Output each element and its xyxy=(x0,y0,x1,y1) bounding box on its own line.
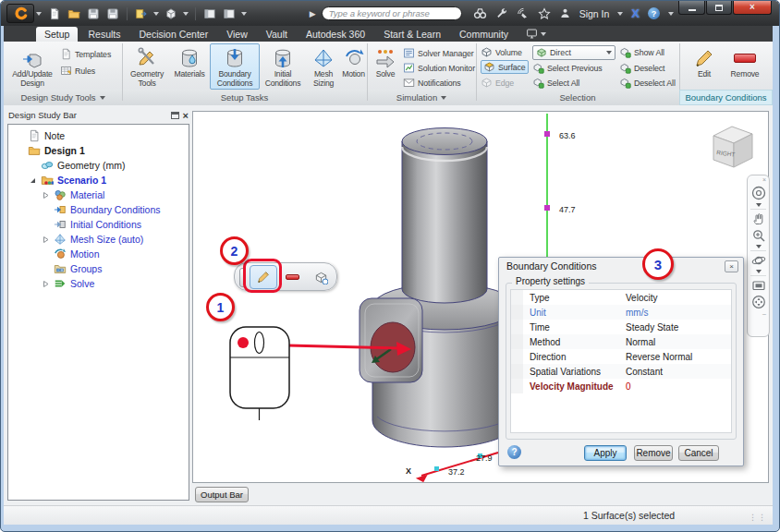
orbit-caret-icon[interactable] xyxy=(756,270,762,273)
expander-collapsed-icon[interactable] xyxy=(42,236,50,244)
zoom-icon[interactable] xyxy=(751,228,766,243)
qat-customize-caret-icon[interactable] xyxy=(241,12,247,16)
output-bar-button[interactable]: Output Bar xyxy=(195,487,249,502)
selection-mode-dropdown[interactable]: Direct xyxy=(532,45,615,60)
tab-setup[interactable]: Setup xyxy=(36,27,78,42)
edit-boundary-mini-button[interactable] xyxy=(250,265,277,289)
application-menu-button[interactable] xyxy=(6,4,34,23)
property-row-spatial-variations[interactable]: Spatial VariationsConstant xyxy=(511,364,731,379)
tree-item-design[interactable]: Design 1 xyxy=(8,143,189,158)
app-menu-caret-icon[interactable] xyxy=(36,12,42,16)
initial-conditions-button[interactable]: Initial Conditions xyxy=(262,43,304,90)
full-navigation-icon[interactable] xyxy=(751,295,766,309)
tab-decision-center[interactable]: Decision Center xyxy=(130,27,216,42)
property-row-unit[interactable]: Unitmm/s xyxy=(511,305,731,320)
favorites-star-icon[interactable] xyxy=(538,7,551,20)
cancel-button[interactable]: Cancel xyxy=(678,445,719,461)
add-update-design-button[interactable]: Add/Update Design xyxy=(8,43,56,90)
tree-item-initial-conditions[interactable]: Initial Conditions xyxy=(8,217,189,232)
close-button[interactable]: × xyxy=(733,1,772,15)
show-all-button[interactable]: Show All xyxy=(619,45,664,59)
mesh-sizing-button[interactable]: Mesh Sizing xyxy=(306,43,341,90)
sign-in-link[interactable]: Sign In xyxy=(579,8,610,19)
view-cube[interactable]: RIGHT xyxy=(704,119,760,176)
remove-boundary-mini-button[interactable] xyxy=(280,266,305,288)
model-view-caret-icon[interactable] xyxy=(183,12,189,16)
model-3d[interactable] xyxy=(360,128,517,448)
expander-expanded-icon[interactable] xyxy=(29,176,37,185)
edit-boundary-condition-button[interactable]: Edit xyxy=(689,43,720,90)
property-row-direction[interactable]: DirectionReverse Normal xyxy=(511,349,731,364)
tree-item-boundary-conditions[interactable]: Boundary Conditions xyxy=(8,202,189,217)
tree-item-material[interactable]: Material xyxy=(8,187,189,202)
pan-hand-icon[interactable] xyxy=(751,212,766,226)
remove-boundary-condition-button[interactable]: Remove xyxy=(724,43,766,90)
import-caret-icon[interactable] xyxy=(153,12,159,16)
tree-item-mesh-size[interactable]: Mesh Size (auto) xyxy=(8,232,189,247)
look-at-icon[interactable] xyxy=(751,278,766,293)
deselect-all-button[interactable]: Deselect All xyxy=(619,76,676,90)
panel-design-study-tools[interactable]: Design Study Tools xyxy=(4,91,122,104)
resize-grip[interactable]: ⋮⋮ xyxy=(749,513,767,522)
float-panel-icon[interactable] xyxy=(171,112,179,119)
save-as-icon[interactable] xyxy=(105,6,120,21)
search-binoculars-icon[interactable] xyxy=(473,6,487,20)
navbar-close-icon[interactable]: × xyxy=(762,177,766,183)
exchange-apps-icon[interactable]: X xyxy=(631,6,640,20)
tab-extra-menu[interactable] xyxy=(518,28,554,42)
property-row-time[interactable]: TimeSteady State xyxy=(511,320,731,334)
edit-selection-mini-button[interactable] xyxy=(308,266,334,288)
output-bar-toggle-icon[interactable] xyxy=(222,6,237,21)
remove-button[interactable]: Remove xyxy=(634,445,673,461)
communication-center-icon[interactable] xyxy=(517,7,530,20)
open-file-icon[interactable] xyxy=(67,6,81,21)
geometry-tools-button[interactable]: Geometry Tools xyxy=(126,43,168,90)
orbit-icon[interactable] xyxy=(751,253,766,268)
save-icon[interactable] xyxy=(86,6,101,21)
tree-item-geometry[interactable]: Geometry (mm) xyxy=(8,158,189,173)
dialog-help-icon[interactable]: ? xyxy=(507,445,521,459)
search-input[interactable]: Type a keyword or phrase xyxy=(322,6,462,20)
search-expand-arrow-icon[interactable]: ▶ xyxy=(310,9,316,18)
subscription-wrench-icon[interactable] xyxy=(495,7,508,20)
design-study-bar-toggle-icon[interactable] xyxy=(202,6,217,21)
tab-community[interactable]: Community xyxy=(451,27,517,42)
solver-manager-button[interactable]: Solver Manager xyxy=(403,46,474,60)
panel-simulation[interactable]: Simulation xyxy=(367,91,476,104)
expander-collapsed-icon[interactable] xyxy=(42,280,50,288)
tree-item-motion[interactable]: Motion xyxy=(8,247,189,261)
rules-button[interactable]: Rules xyxy=(60,64,95,78)
maximize-button[interactable] xyxy=(706,1,732,15)
boundary-conditions-button[interactable]: Boundary Conditions xyxy=(210,43,260,90)
toolbar-grip-handle[interactable] xyxy=(239,268,246,287)
sign-in-caret-icon[interactable] xyxy=(617,12,623,16)
property-row-velocity-magnitude[interactable]: Velocity Magnitude0 xyxy=(511,379,731,393)
expander-collapsed-icon[interactable] xyxy=(42,191,50,200)
tab-start-learn[interactable]: Start & Learn xyxy=(375,27,449,42)
motion-button[interactable]: Motion xyxy=(340,43,367,90)
solution-monitor-button[interactable]: Solution Monitor xyxy=(403,61,475,75)
model-view-icon[interactable] xyxy=(164,6,178,21)
help-caret-icon[interactable] xyxy=(668,12,674,16)
dialog-close-icon[interactable]: × xyxy=(725,260,738,272)
materials-button[interactable]: Materials xyxy=(171,43,208,90)
import-icon[interactable] xyxy=(134,6,149,21)
property-row-method[interactable]: MethodNormal xyxy=(511,334,731,349)
tree-item-note[interactable]: Note xyxy=(8,128,189,143)
tab-view[interactable]: View xyxy=(218,27,256,42)
select-volume-toggle[interactable]: Volume xyxy=(481,45,529,59)
solve-button[interactable]: Solve xyxy=(371,43,400,90)
tab-results[interactable]: Results xyxy=(79,27,128,42)
navbar-minimize-icon[interactable]: – xyxy=(762,311,766,317)
tab-autodesk-360[interactable]: Autodesk 360 xyxy=(298,27,373,42)
notifications-button[interactable]: Notifications xyxy=(403,76,461,90)
apply-button[interactable]: Apply xyxy=(584,445,627,461)
new-file-icon[interactable] xyxy=(47,6,62,21)
steering-wheel-icon[interactable] xyxy=(750,185,767,201)
select-surface-toggle[interactable]: Surface xyxy=(481,60,529,74)
property-row-type[interactable]: TypeVelocity xyxy=(511,290,731,305)
tab-vault[interactable]: Vault xyxy=(258,27,296,42)
templates-button[interactable]: Templates xyxy=(60,47,111,61)
zoom-caret-icon[interactable] xyxy=(756,245,762,248)
select-all-button[interactable]: Select All xyxy=(532,76,579,90)
